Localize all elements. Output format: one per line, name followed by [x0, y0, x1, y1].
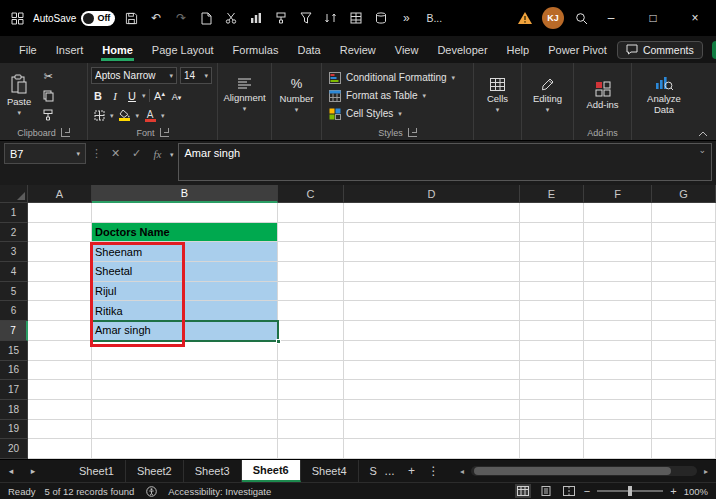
minimize-button[interactable]: –: [590, 0, 632, 36]
name-box[interactable]: B7 ▾: [4, 143, 86, 164]
cell-g20[interactable]: [652, 439, 716, 459]
increase-font-button[interactable]: A▴: [153, 90, 167, 102]
column-header-c[interactable]: C: [278, 185, 344, 203]
row-header-19[interactable]: 19: [0, 420, 28, 440]
italic-button[interactable]: I: [108, 90, 122, 102]
row-header-1[interactable]: 1: [0, 203, 28, 223]
format-as-table-button[interactable]: Format as Table ▾: [325, 87, 470, 105]
styles-dialog-launcher[interactable]: [408, 128, 417, 137]
column-header-g[interactable]: G: [652, 185, 716, 203]
row-header-4[interactable]: 4: [0, 262, 28, 282]
collapse-ribbon-button[interactable]: [698, 131, 708, 137]
cell-styles-button[interactable]: Cell Styles ▾: [325, 105, 470, 123]
cell-f3[interactable]: [584, 242, 652, 262]
cut-icon[interactable]: [222, 8, 240, 28]
cell-g5[interactable]: [652, 282, 716, 302]
cell-a3[interactable]: [28, 242, 92, 262]
cell-g7[interactable]: [652, 321, 716, 341]
cell-a15[interactable]: [28, 341, 92, 361]
cell-f6[interactable]: [584, 301, 652, 321]
cell-g17[interactable]: [652, 380, 716, 400]
column-header-a[interactable]: A: [28, 185, 92, 203]
scrollbar-thumb[interactable]: [474, 467, 671, 475]
confirm-entry-button[interactable]: ✓: [128, 143, 145, 164]
row-header-15[interactable]: 15: [0, 341, 28, 361]
cell-g19[interactable]: [652, 420, 716, 440]
accessibility-icon[interactable]: [143, 484, 159, 498]
cell-f15[interactable]: [584, 341, 652, 361]
tab-formulas[interactable]: Formulas: [224, 39, 288, 61]
row-header-5[interactable]: 5: [0, 282, 28, 302]
tab-sheet2[interactable]: Sheet2: [126, 460, 184, 482]
column-header-f[interactable]: F: [584, 185, 652, 203]
number-button[interactable]: % Number ▾: [276, 66, 318, 124]
tab-developer[interactable]: Developer: [428, 39, 496, 61]
chart-icon[interactable]: [247, 8, 265, 28]
cell-a18[interactable]: [28, 400, 92, 420]
cell-f20[interactable]: [584, 439, 652, 459]
zoom-out-button[interactable]: −: [584, 486, 590, 497]
tab-power-pivot[interactable]: Power Pivot: [539, 39, 616, 61]
cell-e19[interactable]: [520, 420, 584, 440]
cell-d18[interactable]: [344, 400, 520, 420]
cell-g15[interactable]: [652, 341, 716, 361]
tab-sheet1[interactable]: Sheet1: [68, 460, 126, 482]
cell-d3[interactable]: [344, 242, 520, 262]
name-cell[interactable]: Sheenam: [92, 242, 278, 262]
addins-button[interactable]: Add-ins: [582, 66, 622, 124]
cell-e1[interactable]: [520, 203, 584, 223]
row-header-2[interactable]: 2: [0, 223, 28, 243]
conditional-formatting-button[interactable]: Conditional Formatting ▾: [325, 69, 470, 87]
cell-e7[interactable]: [520, 321, 584, 341]
name-cell selected-cell[interactable]: Amar singh: [92, 321, 278, 341]
cell-f7[interactable]: [584, 321, 652, 341]
autosave-switch[interactable]: Off: [81, 11, 115, 26]
analyze-data-button[interactable]: Analyze Data: [643, 66, 685, 124]
zoom-slider-thumb[interactable]: [628, 486, 632, 496]
doctors-name-cell[interactable]: Doctors Name: [92, 223, 278, 243]
cell-e6[interactable]: [520, 301, 584, 321]
cell-b15[interactable]: [92, 341, 278, 361]
tab-sheet4[interactable]: Sheet4: [301, 460, 359, 482]
paste-button[interactable]: Paste ▾: [3, 66, 35, 124]
sheet-nav-right-icon[interactable]: ▸: [22, 460, 44, 482]
cell-c2[interactable]: [278, 223, 344, 243]
tab-review[interactable]: Review: [331, 39, 385, 61]
sheet-nav-left-icon[interactable]: ◂: [0, 460, 22, 482]
comments-button[interactable]: Comments: [617, 41, 703, 59]
cell-a4[interactable]: [28, 262, 92, 282]
tab-insert[interactable]: Insert: [47, 39, 93, 61]
cell-e2[interactable]: [520, 223, 584, 243]
alignment-button[interactable]: Alignment ▾: [219, 66, 269, 124]
font-dialog-launcher[interactable]: [160, 128, 169, 137]
cell-a16[interactable]: [28, 361, 92, 381]
app-grid-icon[interactable]: [8, 8, 26, 28]
share-button[interactable]: Share ▾: [712, 41, 716, 59]
more-sheets-button[interactable]: ...: [379, 460, 401, 482]
cell-e17[interactable]: [520, 380, 584, 400]
clipboard-dialog-launcher[interactable]: [61, 128, 70, 137]
tab-sheet-truncated[interactable]: S: [359, 460, 379, 482]
cell-c17[interactable]: [278, 380, 344, 400]
page-layout-view-button[interactable]: [538, 484, 554, 498]
cell-c20[interactable]: [278, 439, 344, 459]
cell-f18[interactable]: [584, 400, 652, 420]
zoom-in-button[interactable]: +: [670, 486, 676, 497]
cell-f19[interactable]: [584, 420, 652, 440]
undo-icon[interactable]: ↶: [147, 8, 165, 28]
cell-b1[interactable]: [92, 203, 278, 223]
tab-view[interactable]: View: [386, 39, 428, 61]
cell-g4[interactable]: [652, 262, 716, 282]
row-header-6[interactable]: 6: [0, 301, 28, 321]
cell-d19[interactable]: [344, 420, 520, 440]
row-header-18[interactable]: 18: [0, 400, 28, 420]
cell-b16[interactable]: [92, 361, 278, 381]
page-break-view-button[interactable]: [561, 484, 577, 498]
name-cell[interactable]: Ritika: [92, 301, 278, 321]
tab-page-layout[interactable]: Page Layout: [143, 39, 223, 61]
cell-g1[interactable]: [652, 203, 716, 223]
search-icon[interactable]: [572, 8, 590, 28]
cell-e4[interactable]: [520, 262, 584, 282]
cell-c18[interactable]: [278, 400, 344, 420]
cell-b17[interactable]: [92, 380, 278, 400]
